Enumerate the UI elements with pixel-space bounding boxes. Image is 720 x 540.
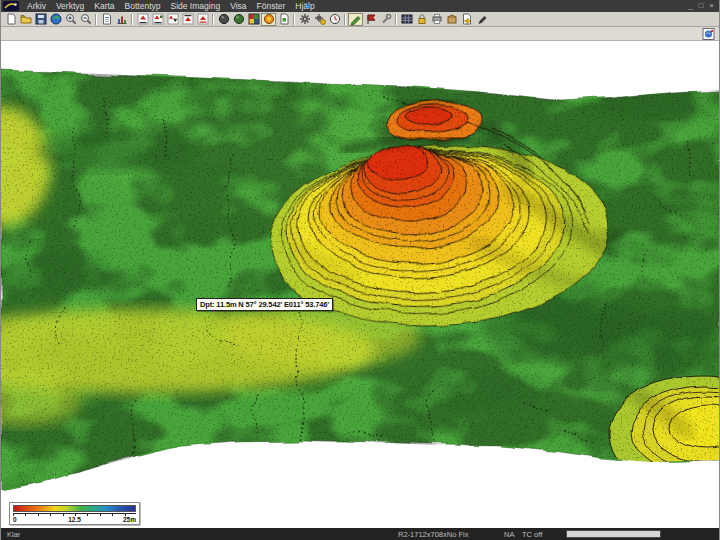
pen-icon[interactable] (474, 13, 489, 26)
map-viewport: Dpt: 11.5m N 57° 29.542' E011° 53.746' 0… (1, 41, 720, 528)
toolbar-separator (95, 14, 97, 25)
status-ready-text: Klar (7, 530, 20, 539)
legend-labels: 0 12.5 25m (13, 516, 136, 524)
menu-karta[interactable]: Karta (89, 0, 119, 12)
gear-icon[interactable] (297, 13, 312, 26)
export-icon[interactable] (459, 13, 474, 26)
sphere-dark-icon[interactable] (216, 13, 231, 26)
waypoint-add-icon[interactable] (150, 13, 165, 26)
sphere-green-icon[interactable] (231, 13, 246, 26)
map-colors-icon[interactable] (246, 13, 261, 26)
application-window: Arkiv Verktyg Karta Bottentyp Side Imagi… (0, 0, 720, 540)
legend-min-label: 0 (13, 516, 17, 523)
map-canvas[interactable] (1, 41, 720, 528)
red-flag-icon[interactable] (363, 13, 378, 26)
toolbar-separator (212, 14, 214, 25)
zoom-out-icon[interactable] (78, 13, 93, 26)
waypoint-raise-icon[interactable] (180, 13, 195, 26)
tools-icon[interactable] (378, 13, 393, 26)
main-toolbar (1, 12, 719, 27)
nav-view-icon[interactable] (701, 27, 716, 40)
secondary-toolbar (1, 27, 719, 41)
status-progress-panel (566, 530, 661, 538)
status-gps-text: NA (504, 530, 514, 539)
sonar-orange-icon[interactable] (261, 13, 276, 26)
app-logo-icon (3, 1, 19, 11)
new-file-icon[interactable] (3, 13, 18, 26)
depth-legend: 0 12.5 25m (9, 502, 140, 525)
legend-gradient-bar (13, 505, 136, 512)
report-icon[interactable] (99, 13, 114, 26)
menu-hjalp[interactable]: Hjälp (290, 0, 319, 12)
waypoint-up-icon[interactable] (135, 13, 150, 26)
legend-max-label: 25m (123, 516, 136, 523)
menu-bar: Arkiv Verktyg Karta Bottentyp Side Imagi… (1, 0, 719, 12)
toolbar-separator (293, 14, 295, 25)
menu-bottentyp[interactable]: Bottentyp (120, 0, 166, 12)
window-controls: _ □ × (688, 1, 719, 11)
clock-icon[interactable] (327, 13, 342, 26)
toolbar-separator (131, 14, 133, 25)
new-map-icon[interactable] (276, 13, 291, 26)
toolbar-separator (395, 14, 397, 25)
package-icon[interactable] (444, 13, 459, 26)
minimize-button[interactable]: _ (688, 1, 692, 11)
depth-tooltip: Dpt: 11.5m N 57° 29.542' E011° 53.746' (196, 298, 333, 311)
terrain (1, 41, 720, 528)
bar-chart-icon[interactable] (114, 13, 129, 26)
gear-badge-icon[interactable] (312, 13, 327, 26)
status-tc-text: TC off (522, 530, 542, 539)
draw-pencil-icon[interactable] (348, 13, 363, 26)
close-button[interactable]: × (709, 1, 714, 11)
menu-fonster[interactable]: Fönster (252, 0, 291, 12)
status-bar: Klar R2-1712x708xNo Fix NA TC off (1, 528, 719, 540)
waypoint-pair-icon[interactable] (165, 13, 180, 26)
toolbar-separator (344, 14, 346, 25)
grid-table-icon[interactable] (399, 13, 414, 26)
menu-side-imaging[interactable]: Side Imaging (166, 0, 226, 12)
menu-arkiv[interactable]: Arkiv (22, 0, 51, 12)
legend-mid-label: 12.5 (68, 516, 81, 523)
zoom-in-icon[interactable] (63, 13, 78, 26)
maximize-button[interactable]: □ (698, 1, 703, 11)
lock-icon[interactable] (414, 13, 429, 26)
open-folder-icon[interactable] (18, 13, 33, 26)
save-icon[interactable] (33, 13, 48, 26)
status-record-info: R2-1712x708xNo Fix (398, 530, 468, 539)
printer-icon[interactable] (429, 13, 444, 26)
world-icon[interactable] (48, 13, 63, 26)
waypoint-lower-icon[interactable] (195, 13, 210, 26)
menu-verktyg[interactable]: Verktyg (51, 0, 89, 12)
menu-visa[interactable]: Visa (225, 0, 251, 12)
